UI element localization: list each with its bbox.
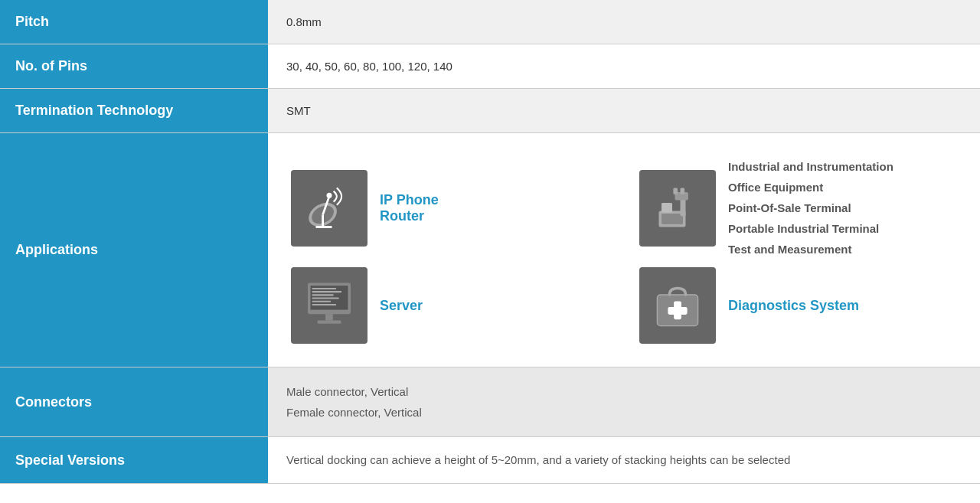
special-versions-row: Special Versions Vertical docking can ac… <box>0 437 980 484</box>
satellite-svg <box>302 181 356 235</box>
applications-row: Applications <box>0 133 980 367</box>
svg-rect-7 <box>662 214 683 224</box>
server-svg <box>302 279 356 332</box>
industrial-label: Industrial and Instrumentation Office Eq… <box>728 156 893 260</box>
app-item-server: Server <box>291 267 609 344</box>
svg-rect-17 <box>312 294 334 296</box>
svg-rect-20 <box>312 304 337 305</box>
applications-grid: IP PhoneRouter <box>283 141 965 359</box>
svg-rect-8 <box>681 198 686 217</box>
pins-label: No. of Pins <box>0 44 268 89</box>
pitch-value: 0.8mm <box>268 0 980 44</box>
diagnostics-icon <box>639 267 716 344</box>
applications-content: IP PhoneRouter <box>268 133 980 367</box>
app-item-industrial: Industrial and Instrumentation Office Eq… <box>639 156 957 260</box>
termination-row: Termination Technology SMT <box>0 89 980 133</box>
server-label: Server <box>380 298 423 314</box>
connectors-value: Male connector, Vertical Female connecto… <box>268 367 980 437</box>
server-icon <box>291 267 368 344</box>
special-versions-label: Special Versions <box>0 437 268 484</box>
connectors-label: Connectors <box>0 367 268 437</box>
diagnostics-label: Diagnostics System <box>728 298 859 314</box>
svg-rect-11 <box>681 188 685 194</box>
connectors-line1: Male connector, Vertical <box>286 385 408 398</box>
special-versions-value: Vertical docking can achieve a height of… <box>268 437 980 484</box>
spec-table: Pitch 0.8mm No. of Pins 30, 40, 50, 60, … <box>0 0 980 484</box>
satellite-icon <box>291 170 368 247</box>
svg-rect-10 <box>673 188 678 194</box>
applications-label: Applications <box>0 133 268 367</box>
connectors-line2: Female connector, Vertical <box>286 406 422 419</box>
svg-rect-19 <box>312 301 332 302</box>
pitch-row: Pitch 0.8mm <box>0 0 980 44</box>
termination-label: Termination Technology <box>0 89 268 133</box>
pins-row: No. of Pins 30, 40, 50, 60, 80, 100, 120… <box>0 44 980 89</box>
industrial-svg <box>651 181 704 235</box>
svg-rect-12 <box>662 203 672 213</box>
diagnostics-svg <box>651 279 704 332</box>
termination-value: SMT <box>268 89 980 133</box>
svg-point-3 <box>327 192 332 198</box>
svg-rect-15 <box>312 288 337 289</box>
ip-phone-label: IP PhoneRouter <box>380 192 439 224</box>
industrial-icon <box>639 170 716 247</box>
svg-rect-21 <box>325 314 333 320</box>
svg-rect-22 <box>318 321 341 324</box>
pins-value: 30, 40, 50, 60, 80, 100, 120, 140 <box>268 44 980 89</box>
svg-rect-18 <box>312 298 339 299</box>
app-item-diagnostics: Diagnostics System <box>639 267 957 344</box>
pitch-label: Pitch <box>0 0 268 44</box>
connectors-row: Connectors Male connector, Vertical Fema… <box>0 367 980 437</box>
svg-rect-26 <box>668 307 687 315</box>
app-item-ip-phone: IP PhoneRouter <box>291 156 609 260</box>
svg-rect-16 <box>312 291 342 292</box>
